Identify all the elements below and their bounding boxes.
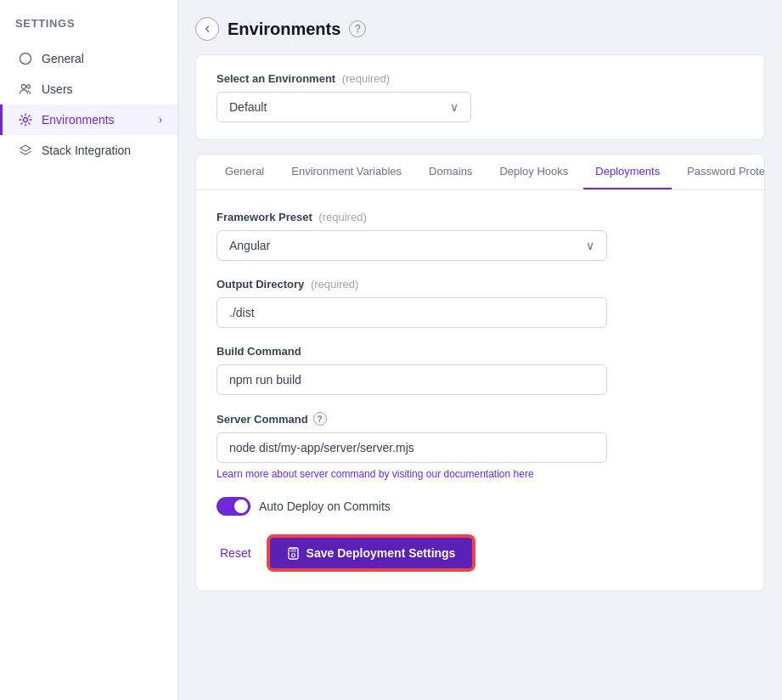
main-content: Environments ? Select an Environment (re… <box>178 0 782 700</box>
svg-point-1 <box>22 85 26 89</box>
select-environment-card: Select an Environment (required) Default… <box>195 54 765 140</box>
layers-icon <box>18 143 33 158</box>
page-header: Environments ? <box>178 0 782 54</box>
back-button[interactable] <box>195 17 219 41</box>
sidebar-header: Settings <box>0 10 177 43</box>
server-command-help-icon[interactable]: ? <box>313 412 327 426</box>
svg-point-2 <box>27 85 31 88</box>
svg-point-0 <box>20 54 31 65</box>
chevron-right-icon: › <box>159 114 162 126</box>
svg-point-6 <box>291 553 295 556</box>
sidebar-item-label: General <box>42 52 84 65</box>
sidebar-item-stack-integration[interactable]: Stack Integration <box>0 135 177 166</box>
framework-preset-label: Framework Preset (required) <box>217 211 744 223</box>
build-command-label: Build Command <box>217 345 744 358</box>
svg-point-3 <box>24 118 28 122</box>
tab-domains[interactable]: Domains <box>417 155 484 189</box>
tab-deploy-hooks[interactable]: Deploy Hooks <box>487 155 580 189</box>
select-env-label: Select an Environment (required) <box>217 72 744 85</box>
sidebar-item-label: Stack Integration <box>42 144 131 157</box>
sidebar-item-users[interactable]: Users <box>0 74 177 104</box>
output-directory-label: Output Directory (required) <box>217 278 744 291</box>
tabs-card: General Environment Variables Domains De… <box>195 154 765 591</box>
sidebar-item-general[interactable]: General <box>0 43 177 74</box>
framework-preset-field: Framework Preset (required) Angular ∨ <box>217 211 744 261</box>
users-icon <box>18 82 33 97</box>
tab-password-protection[interactable]: Password Protection <box>675 155 764 189</box>
framework-preset-select[interactable]: Angular ∨ <box>217 230 607 261</box>
page-title: Environments <box>228 20 340 39</box>
output-directory-field: Output Directory (required) <box>217 278 744 328</box>
reset-button[interactable]: Reset <box>217 539 255 567</box>
sidebar-item-label: Users <box>42 82 73 96</box>
chevron-down-icon: ∨ <box>450 100 459 114</box>
sidebar-item-environments[interactable]: Environments › <box>0 104 177 135</box>
auto-deploy-row: Auto Deploy on Commits <box>217 497 744 516</box>
tab-deployments[interactable]: Deployments <box>583 155 672 189</box>
tab-environment-variables[interactable]: Environment Variables <box>279 155 414 189</box>
server-command-help-text: Learn more about server command by visit… <box>217 468 744 480</box>
actions-row: Reset Save Deployment Settings <box>217 536 744 570</box>
tab-content: Framework Preset (required) Angular ∨ Ou… <box>196 190 764 590</box>
gear-icon <box>18 112 33 127</box>
server-command-field: Server Command ? Learn more about server… <box>217 412 744 480</box>
save-icon <box>287 547 300 560</box>
sidebar-item-label: Environments <box>42 113 115 127</box>
build-command-field: Build Command <box>217 345 744 395</box>
documentation-link[interactable]: documentation <box>443 468 510 480</box>
output-directory-input[interactable] <box>217 297 607 328</box>
auto-deploy-toggle[interactable] <box>217 497 250 516</box>
server-command-input[interactable] <box>217 432 607 463</box>
help-icon[interactable]: ? <box>349 20 366 37</box>
sidebar: Settings General Users Env <box>0 0 178 700</box>
tab-general[interactable]: General <box>213 155 276 189</box>
server-command-label: Server Command ? <box>217 412 744 426</box>
build-command-input[interactable] <box>217 364 607 395</box>
circle-icon <box>18 51 33 66</box>
svg-rect-5 <box>290 548 296 552</box>
save-deployment-button[interactable]: Save Deployment Settings <box>268 536 475 570</box>
auto-deploy-label: Auto Deploy on Commits <box>259 500 391 513</box>
tabs-bar: General Environment Variables Domains De… <box>196 155 764 190</box>
chevron-down-icon: ∨ <box>586 239 594 252</box>
environment-select[interactable]: Default ∨ <box>217 92 471 122</box>
